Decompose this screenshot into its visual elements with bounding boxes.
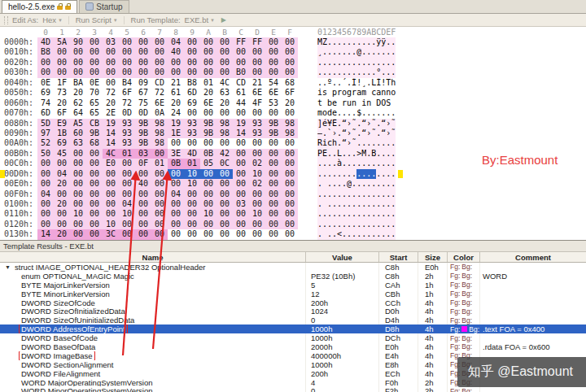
hex-byte[interactable]: 00 (200, 169, 216, 179)
hex-byte[interactable]: 61 (168, 88, 184, 98)
hex-byte[interactable]: 03 (103, 37, 119, 47)
column-header-color[interactable]: Color (448, 252, 480, 262)
hex-byte[interactable]: 93 (249, 128, 265, 138)
hex-byte[interactable]: 24 (168, 108, 184, 118)
hex-byte[interactable]: 10 (184, 179, 200, 189)
hex-byte[interactable]: 04 (37, 189, 54, 199)
hex-byte[interactable]: 44 (233, 98, 249, 108)
hex-byte[interactable]: 70 (86, 88, 103, 98)
template-row[interactable]: DWORD SizeOfCode200hCCh4hFg:Bg: (0, 298, 586, 307)
hex-byte[interactable]: 00 (184, 199, 200, 209)
hex-byte[interactable]: 9B (265, 119, 282, 128)
hex-byte[interactable]: 68 (282, 78, 298, 88)
hex-byte[interactable]: 00 (200, 37, 216, 47)
hex-byte[interactable]: 00 (119, 189, 135, 199)
ascii-char[interactable]: ˜ (391, 128, 396, 138)
hex-byte[interactable]: 0E (37, 78, 54, 88)
hex-byte[interactable]: 52 (37, 138, 54, 148)
hex-byte[interactable]: 00 (265, 138, 282, 148)
hex-byte[interactable]: 00 (168, 169, 184, 179)
hex-byte[interactable]: 00 (119, 159, 135, 168)
hex-byte[interactable]: 01 (184, 159, 200, 168)
hex-byte[interactable]: 02 (249, 159, 265, 168)
hex-byte[interactable]: 9B (200, 128, 216, 138)
hex-byte[interactable]: 14 (233, 128, 249, 138)
hex-byte[interactable]: 00 (37, 68, 54, 77)
hex-byte[interactable]: 6F (282, 88, 298, 98)
hex-byte[interactable]: 20 (54, 229, 70, 239)
hex-byte[interactable]: 00 (200, 47, 216, 57)
hex-byte[interactable]: 00 (54, 58, 70, 68)
template-row[interactable]: DWORD BaseOfData2000hE0h4hFg:Bg:.rdata F… (0, 342, 586, 351)
hex-byte[interactable]: 63 (70, 138, 86, 148)
hex-byte[interactable]: 50 (37, 149, 54, 159)
hex-byte[interactable]: 00 (103, 68, 119, 77)
hex-byte[interactable]: 00 (216, 108, 233, 118)
hex-byte[interactable]: 00 (282, 58, 298, 68)
hex-byte[interactable]: 00 (233, 108, 249, 118)
hex-byte[interactable]: 6E (265, 88, 282, 98)
hex-byte[interactable]: 0B (200, 149, 216, 159)
expander-icon[interactable]: ▼ (5, 264, 15, 270)
hex-byte[interactable]: 00 (265, 220, 282, 229)
hex-byte[interactable]: 00 (37, 220, 54, 229)
hex-byte[interactable]: 00 (86, 37, 103, 47)
hex-byte[interactable]: 00 (233, 169, 249, 179)
hex-byte[interactable]: 9B (200, 119, 216, 128)
hex-byte[interactable]: 04 (119, 199, 135, 209)
hex-byte[interactable]: BA (70, 78, 86, 88)
hex-byte[interactable]: 03 (135, 149, 151, 159)
chevron-down-icon[interactable]: ▾ (114, 17, 117, 24)
hex-byte[interactable]: 09 (135, 78, 151, 88)
template-row[interactable]: enum OPTIONAL_MAGIC MagicPE32 (10Bh)C8h2… (0, 272, 586, 281)
hex-byte[interactable]: 00 (216, 189, 233, 199)
hex-byte[interactable]: 00 (184, 47, 200, 57)
hex-byte[interactable]: 9B (86, 128, 103, 138)
hex-byte[interactable]: 00 (70, 159, 86, 168)
hex-byte[interactable]: 72 (103, 88, 119, 98)
hex-byte[interactable]: 00 (70, 220, 86, 229)
hex-byte[interactable]: 00 (37, 159, 54, 168)
hex-byte[interactable]: 00 (184, 138, 200, 148)
hex-byte[interactable]: 00 (103, 47, 119, 57)
hex-byte[interactable]: 00 (86, 159, 103, 168)
hex-byte[interactable]: 45 (54, 149, 70, 159)
hex-byte[interactable]: 00 (119, 169, 135, 179)
column-header-value[interactable]: Value (306, 252, 379, 262)
hex-byte[interactable]: 00 (233, 220, 249, 229)
hex-byte[interactable]: 00 (103, 58, 119, 68)
hex-byte[interactable]: 10 (103, 220, 119, 229)
ascii-char[interactable]: . (391, 189, 396, 199)
hex-byte[interactable]: 00 (54, 159, 70, 168)
column-header-comment[interactable]: Comment (480, 252, 586, 262)
hex-byte[interactable]: 3E (168, 149, 184, 159)
hex-byte[interactable]: 00 (265, 149, 282, 159)
hex-byte[interactable]: 00 (135, 47, 151, 57)
hex-byte[interactable]: 00 (265, 169, 282, 179)
run-template-dropdown[interactable]: EXE.bt (185, 15, 209, 24)
hex-byte[interactable]: 69 (54, 138, 70, 148)
hex-byte[interactable]: 00 (216, 58, 233, 68)
hex-byte[interactable]: 00 (216, 209, 233, 219)
hex-byte[interactable]: 00 (233, 159, 249, 168)
hex-byte[interactable]: 00 (249, 108, 265, 118)
hex-byte[interactable]: 6E (200, 98, 216, 108)
hex-byte[interactable]: 0C (216, 159, 233, 168)
hex-byte[interactable]: 00 (200, 68, 216, 77)
hex-byte[interactable]: 00 (184, 220, 200, 229)
hex-byte[interactable]: 10 (119, 209, 135, 219)
hex-byte[interactable]: 00 (200, 108, 216, 118)
hex-byte[interactable]: 00 (216, 220, 233, 229)
hex-byte[interactable]: 00 (168, 199, 184, 209)
hex-byte[interactable]: 01 (119, 149, 135, 159)
hex-byte[interactable]: 72 (119, 98, 135, 108)
hex-byte[interactable]: 6E (249, 88, 265, 98)
hex-byte[interactable]: 93 (184, 128, 200, 138)
hex-byte[interactable]: 6E (151, 98, 168, 108)
hex-byte[interactable]: 00 (37, 199, 54, 209)
hex-byte[interactable]: 00 (135, 209, 151, 219)
hex-byte[interactable]: 00 (86, 199, 103, 209)
hex-byte[interactable]: 04 (168, 37, 184, 47)
hex-byte[interactable]: 00 (249, 199, 265, 209)
column-header-name[interactable]: Name (0, 252, 306, 262)
